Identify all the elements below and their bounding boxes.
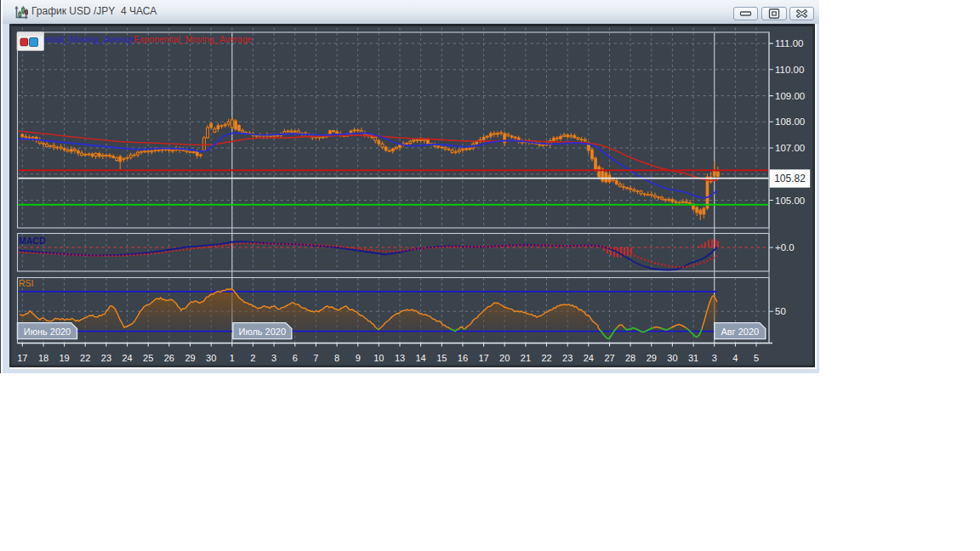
svg-text:15: 15 bbox=[436, 353, 447, 363]
svg-text:20: 20 bbox=[499, 353, 510, 363]
svg-text:MACD: MACD bbox=[19, 236, 46, 246]
svg-text:4: 4 bbox=[732, 353, 738, 363]
svg-text:+0.0: +0.0 bbox=[775, 242, 795, 253]
svg-text:24: 24 bbox=[584, 353, 594, 363]
svg-text:29: 29 bbox=[647, 353, 657, 363]
svg-text:27: 27 bbox=[604, 353, 614, 363]
svg-text:21: 21 bbox=[521, 353, 531, 363]
svg-text:16: 16 bbox=[458, 353, 468, 363]
svg-text:10: 10 bbox=[373, 353, 384, 363]
svg-text:25: 25 bbox=[143, 353, 153, 363]
svg-text:22: 22 bbox=[541, 353, 551, 363]
svg-text:30: 30 bbox=[206, 353, 216, 363]
svg-text:RSI: RSI bbox=[19, 278, 34, 288]
svg-text:.: . bbox=[129, 34, 132, 44]
svg-text:3: 3 bbox=[712, 353, 717, 363]
svg-text:23: 23 bbox=[101, 353, 111, 363]
svg-text:9: 9 bbox=[356, 353, 361, 363]
svg-text:50: 50 bbox=[775, 306, 786, 316]
svg-text:19: 19 bbox=[59, 353, 69, 363]
svg-text:23: 23 bbox=[562, 353, 573, 363]
svg-text:Июнь 2020: Июнь 2020 bbox=[24, 327, 71, 337]
svg-text:14: 14 bbox=[415, 353, 425, 363]
svg-text:28: 28 bbox=[625, 353, 635, 363]
svg-text:Июль 2020: Июль 2020 bbox=[239, 327, 287, 337]
svg-text:105.00: 105.00 bbox=[775, 196, 805, 206]
svg-text:17: 17 bbox=[478, 353, 488, 363]
svg-text:3: 3 bbox=[271, 353, 276, 363]
svg-text:24: 24 bbox=[122, 353, 132, 363]
svg-text:8: 8 bbox=[334, 353, 339, 363]
svg-text:2: 2 bbox=[250, 353, 255, 363]
svg-text:111.00: 111.00 bbox=[775, 38, 803, 48]
svg-text:17: 17 bbox=[17, 353, 27, 363]
svg-text:29: 29 bbox=[185, 353, 195, 363]
svg-text:6: 6 bbox=[293, 353, 298, 363]
svg-text:110.00: 110.00 bbox=[775, 65, 804, 75]
svg-text:Exponential_Moving_Average: Exponential_Moving_Average bbox=[134, 34, 252, 44]
svg-text:Авг 2020: Авг 2020 bbox=[721, 327, 759, 337]
svg-text:13: 13 bbox=[395, 353, 405, 363]
svg-text:18: 18 bbox=[38, 353, 48, 363]
svg-text:1: 1 bbox=[230, 353, 235, 363]
svg-text:107.00: 107.00 bbox=[775, 143, 805, 153]
svg-text:30: 30 bbox=[667, 353, 677, 363]
svg-text:26: 26 bbox=[164, 353, 174, 363]
svg-text:7: 7 bbox=[313, 353, 318, 363]
svg-text:5: 5 bbox=[754, 353, 759, 363]
svg-text:108.00: 108.00 bbox=[775, 116, 805, 127]
svg-text:105.82: 105.82 bbox=[774, 173, 806, 185]
svg-text:109.00: 109.00 bbox=[775, 91, 805, 101]
svg-text:31: 31 bbox=[688, 353, 698, 363]
svg-text:22: 22 bbox=[80, 353, 90, 363]
